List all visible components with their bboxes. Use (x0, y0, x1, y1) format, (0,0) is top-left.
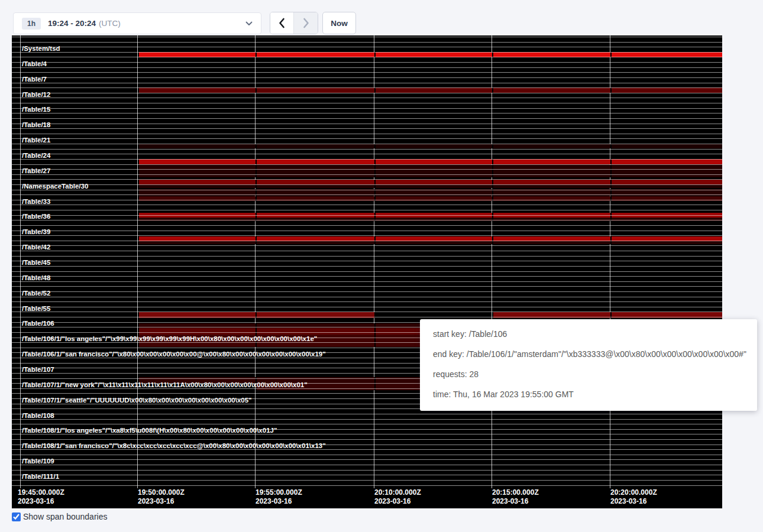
span-boundary-line (12, 154, 722, 154)
span-boundary-line (12, 194, 722, 195)
span-boundary-line (12, 266, 722, 267)
heat-band (257, 87, 374, 93)
time-tick-label: 19:45:00.000Z2023-03-16 (18, 488, 64, 506)
row-label: /Table/109 (22, 458, 54, 465)
heat-band (612, 165, 722, 177)
tick-time: 19:45:00.000Z (18, 488, 64, 497)
heat-band (612, 180, 722, 184)
time-range-selector[interactable]: 1h 19:24 - 20:24 (UTC) (13, 12, 261, 34)
row-label: /Table/48 (22, 274, 50, 282)
span-boundary-line (12, 42, 722, 43)
row-label: /Table/15 (22, 106, 50, 113)
heat-band (257, 218, 374, 221)
row-label: /Table/106 (22, 320, 54, 327)
row-label: /Table/4 (22, 60, 47, 68)
span-boundary-line (12, 184, 722, 185)
row-label: /System/tsd (22, 45, 60, 53)
heat-band (139, 144, 256, 148)
row-label: /Table/18 (22, 121, 50, 129)
heat-band (139, 218, 256, 221)
span-boundary-line (12, 144, 722, 144)
span-boundary-line (12, 245, 722, 246)
span-boundary-line (12, 276, 722, 277)
heat-band (493, 218, 610, 221)
tick-time: 19:55:00.000Z (256, 488, 302, 497)
span-boundaries-checkbox[interactable] (12, 512, 21, 521)
span-boundary-line (12, 301, 722, 302)
heat-band (493, 144, 610, 148)
span-boundary-line (12, 47, 722, 47)
span-boundary-line (12, 485, 722, 486)
span-boundary-line (12, 87, 722, 88)
heat-band (376, 165, 492, 177)
heat-band (493, 241, 610, 244)
now-button[interactable]: Now (322, 12, 356, 34)
heat-band (493, 87, 610, 93)
span-boundary-line (12, 72, 722, 73)
span-boundary-line (12, 149, 722, 150)
span-boundary-line (12, 62, 722, 63)
row-label: /Table/52 (22, 290, 50, 297)
span-boundary-line (12, 108, 722, 109)
row-label: /Table/36 (22, 213, 50, 220)
span-boundary-line (12, 225, 722, 226)
span-boundary-line (12, 113, 722, 113)
heat-band (493, 180, 610, 184)
heat-band (376, 218, 492, 221)
tooltip-line: time: Thu, 16 Mar 2023 19:55:00 GMT (433, 384, 744, 404)
next-interval-button[interactable] (294, 12, 318, 34)
key-visualizer-canvas[interactable]: 19:45:00.000Z2023-03-1619:50:00.000Z2023… (12, 35, 722, 508)
row-label: /Table/108 (22, 412, 54, 420)
span-boundary-line (12, 174, 722, 175)
time-zone-label: (UTC) (99, 19, 121, 28)
row-label: /Table/27 (22, 167, 50, 175)
span-boundary-line (12, 475, 722, 475)
span-boundary-line (12, 190, 722, 190)
heat-band (257, 180, 374, 184)
span-boundary-line (12, 317, 722, 317)
row-label: /Table/12 (22, 91, 50, 99)
row-label: /Table/21 (22, 137, 50, 144)
tooltip-line: start key: /Table/106 (433, 324, 744, 344)
span-boundary-line (12, 480, 722, 481)
time-tick-label: 19:50:00.000Z2023-03-16 (138, 488, 185, 506)
heat-band (612, 144, 722, 148)
heat-band (612, 218, 722, 221)
span-boundary-line (12, 231, 722, 231)
previous-interval-button[interactable] (270, 12, 294, 34)
row-label: /Table/45 (22, 259, 50, 267)
row-label: /Table/33 (22, 198, 50, 206)
span-boundary-line (12, 215, 722, 216)
span-boundary-line (12, 169, 722, 170)
heat-band (139, 241, 256, 244)
time-tick-label: 19:55:00.000Z2023-03-16 (256, 488, 302, 506)
tick-date: 2023-03-16 (492, 497, 539, 506)
heat-band (612, 241, 722, 244)
row-label: /Table/107/1/"new york"/"\x11\x11\x11\x1… (22, 381, 308, 389)
span-boundary-line (12, 470, 722, 471)
row-label: /Table/107/1/"seattle"/"UUUUUUD\x00\x80\… (22, 397, 252, 404)
heat-band (257, 144, 374, 148)
span-boundaries-toggle[interactable]: Show span boundaries (12, 512, 107, 521)
span-boundary-line (12, 210, 722, 210)
row-label: /Table/108/1/"los angeles"/"\xa8\xf5\u00… (22, 427, 277, 434)
range-duration-badge: 1h (22, 18, 41, 30)
span-boundary-line (12, 93, 722, 93)
span-boundary-line (12, 291, 722, 292)
span-boundary-line (12, 83, 722, 83)
row-label: /NamespaceTable/30 (22, 183, 88, 190)
span-boundary-line (12, 205, 722, 205)
chevron-down-icon (245, 21, 253, 26)
heat-band (376, 180, 492, 184)
heat-band (612, 159, 722, 164)
span-boundary-line (12, 118, 722, 119)
heat-band (139, 87, 256, 93)
row-label: /Table/106/1/"los angeles"/"\x99\x99\x99… (22, 335, 317, 343)
span-boundary-line (12, 67, 722, 68)
heat-band (376, 241, 492, 244)
tick-date: 2023-03-16 (610, 497, 657, 506)
span-boundary-line (12, 103, 722, 103)
heat-band (493, 159, 610, 164)
tick-date: 2023-03-16 (374, 497, 421, 506)
heat-band (376, 159, 492, 164)
